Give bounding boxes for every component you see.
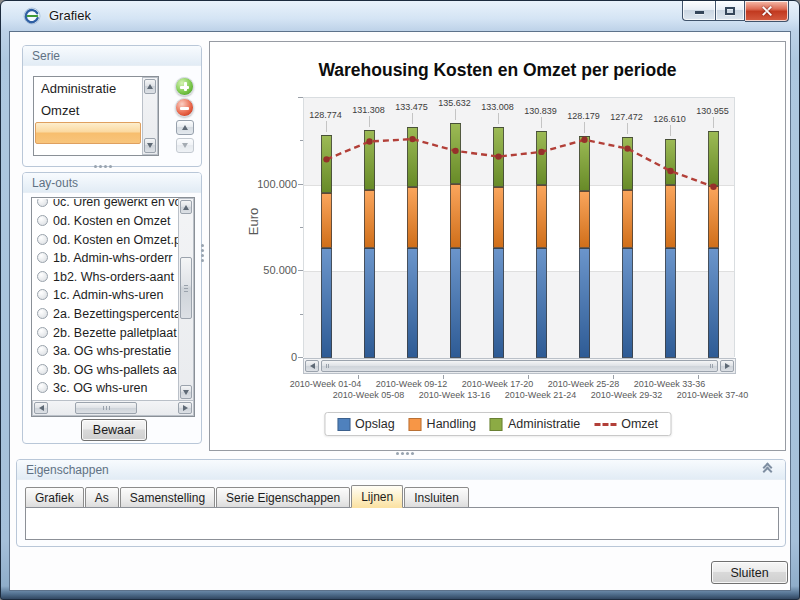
layout-option[interactable]: 1b. Admin-whs-orderr [33, 249, 179, 268]
save-button[interactable]: Bewaar [81, 419, 147, 441]
serie-listbox[interactable]: AdministratieOmzet [33, 76, 159, 156]
layouts-panel: Lay-outs 0c. Uren gewerkt en vo0d. Koste… [22, 172, 202, 444]
panel-splitter-grip[interactable] [94, 165, 97, 168]
serie-panel: Serie AdministratieOmzet [22, 45, 202, 167]
remove-serie-button[interactable] [175, 98, 194, 117]
tab-insluiten[interactable]: Insluiten [404, 487, 469, 508]
data-label-leader [541, 117, 542, 128]
data-label-leader [412, 113, 413, 124]
scroll-left-icon[interactable] [34, 402, 48, 414]
layouts-panel-header: Lay-outs [23, 173, 201, 193]
layout-option[interactable]: 3b. OG whs-pallets aa [33, 361, 179, 380]
vscroll-thumb[interactable] [180, 257, 192, 319]
layout-option[interactable]: 0c. Uren gewerkt en vo [33, 199, 179, 212]
layout-option-label: 1b. Admin-whs-orderr [53, 251, 173, 265]
scroll-left-icon[interactable] [305, 360, 319, 372]
properties-panel: Eigenschappen GrafiekAsSamenstellingSeri… [16, 459, 786, 547]
x-category-label: 2010-Week 21-24 [505, 390, 576, 400]
add-serie-button[interactable] [175, 77, 194, 96]
maximize-icon [725, 7, 735, 15]
app-icon [23, 7, 41, 25]
serie-list-scrollbar[interactable] [142, 77, 158, 155]
properties-tabs: GrafiekAsSamenstellingSerie Eigenschappe… [25, 485, 777, 508]
layout-option-label: 0c. Uren gewerkt en vo [53, 199, 179, 209]
data-label: 128.774 [309, 110, 342, 120]
move-down-button[interactable] [176, 138, 194, 153]
data-label: 130.955 [696, 106, 729, 116]
tab-content-area[interactable] [25, 507, 779, 540]
radio-icon [37, 308, 48, 319]
data-label: 127.472 [610, 112, 643, 122]
tab-as[interactable]: As [85, 487, 119, 508]
x-category-label: 2010-Week 37-40 [677, 390, 748, 400]
layout-option[interactable]: 0d. Kosten en Omzet [33, 212, 179, 231]
data-label-leader [455, 109, 456, 120]
close-dialog-button[interactable]: Sluiten [711, 561, 788, 584]
layout-option[interactable]: 2b. Bezette palletplaat [33, 324, 179, 343]
radio-icon [37, 252, 48, 263]
serie-panel-header: Serie [23, 46, 201, 66]
legend-label: Opslag [355, 417, 395, 431]
chart-hscroll-thumb[interactable] [321, 360, 718, 372]
close-button[interactable] [745, 1, 789, 22]
layout-option[interactable]: 2a. Bezettingspercenta [33, 305, 179, 324]
titlebar[interactable]: Grafiek [1, 1, 799, 31]
move-up-button[interactable] [176, 120, 194, 135]
scroll-up-icon[interactable] [180, 200, 192, 214]
scroll-up-icon[interactable] [144, 79, 156, 94]
legend-label: Administratie [508, 417, 580, 431]
layout-option[interactable]: 3c. OG whs-uren [33, 379, 179, 398]
layout-option-label: 3c. OG whs-uren [53, 381, 147, 395]
serie-list-item[interactable] [35, 122, 141, 144]
window: Grafiek Serie AdministratieOmzet [0, 0, 800, 600]
tab-lijnen[interactable]: Lijnen [351, 485, 403, 508]
y-tick [300, 140, 303, 141]
serie-list-item[interactable]: Administratie [35, 78, 141, 100]
y-tick [298, 97, 303, 98]
layout-option[interactable]: 1b2. Whs-orders-aant [33, 268, 179, 287]
layouts-listbox[interactable]: 0c. Uren gewerkt en vo0d. Kosten en Omze… [31, 197, 195, 417]
scroll-right-icon[interactable] [178, 402, 192, 414]
scroll-down-icon[interactable] [144, 138, 156, 153]
y-tick [298, 270, 303, 271]
y-tick [298, 357, 303, 358]
data-label: 128.179 [567, 111, 600, 121]
scroll-down-icon[interactable] [180, 385, 192, 399]
y-tick [298, 184, 303, 185]
chart-title: Warehousing Kosten en Omzet per periode [210, 60, 785, 81]
serie-list-item[interactable]: Omzet [35, 100, 141, 122]
chart-properties-splitter-grip[interactable] [396, 452, 399, 455]
layout-option[interactable]: 1c. Admin-whs-uren [33, 286, 179, 305]
minimize-button[interactable] [682, 1, 715, 21]
y-tick-label: 0 [255, 351, 297, 363]
data-label-leader [369, 116, 370, 127]
data-label: 130.839 [524, 106, 557, 116]
x-category-label: 2010-Week 29-32 [591, 390, 662, 400]
minimize-icon [695, 11, 704, 14]
layouts-vscrollbar[interactable] [178, 198, 194, 401]
maximize-button[interactable] [715, 1, 745, 21]
tab-grafiek[interactable]: Grafiek [25, 487, 84, 508]
legend-swatch-icon [490, 418, 503, 431]
legend-label: Handling [427, 417, 476, 431]
vertical-splitter-grip[interactable] [201, 244, 204, 247]
hscroll-thumb[interactable] [75, 402, 137, 414]
layouts-hscrollbar[interactable] [32, 400, 194, 416]
radio-icon [37, 271, 48, 282]
legend-label: Omzet [621, 417, 658, 431]
scroll-right-icon[interactable] [720, 360, 734, 372]
layout-option[interactable]: 0d. Kosten en Omzet.p [33, 231, 179, 250]
tab-serie-eigenschappen[interactable]: Serie Eigenschappen [216, 487, 350, 508]
close-icon [761, 5, 773, 17]
x-category-label: 2010-Week 05-08 [333, 390, 404, 400]
x-category-label: 2010-Week 13-16 [419, 390, 490, 400]
legend-item-opslag: Opslag [337, 417, 395, 431]
radio-icon [37, 364, 48, 375]
x-category-label: 2010-Week 25-28 [548, 379, 619, 389]
layout-option-label: 0d. Kosten en Omzet [53, 214, 170, 228]
x-category-label: 2010-Week 09-12 [376, 379, 447, 389]
layout-option[interactable]: 3a. OG whs-prestatie [33, 342, 179, 361]
tab-samenstelling[interactable]: Samenstelling [120, 487, 215, 508]
chart-hscrollbar[interactable] [303, 358, 736, 374]
layout-option-label: 0d. Kosten en Omzet.p [53, 233, 179, 247]
